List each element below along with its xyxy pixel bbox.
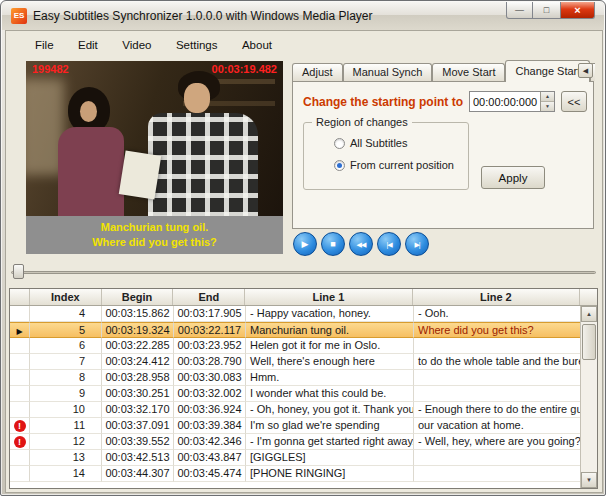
cell-end[interactable]: 00:03:32.002 [174, 386, 246, 402]
cell-end[interactable]: 00:03:43.847 [174, 450, 246, 466]
cell-end[interactable]: 00:03:45.474 [174, 466, 246, 482]
start-time-input[interactable] [470, 92, 540, 111]
cell-line1[interactable]: Manchurian tung oil. [246, 322, 414, 338]
cell-line2[interactable]: to do the whole table and the bureau. [414, 354, 582, 370]
cell-line1[interactable]: I wonder what this could be. [246, 386, 414, 402]
table-row[interactable]: 8 00:03:28.958 00:03:30.083 Hmm. [10, 370, 582, 386]
play-button[interactable]: ▶ [293, 232, 317, 256]
cell-end[interactable]: 00:03:30.083 [174, 370, 246, 386]
cell-begin[interactable]: 00:03:42.513 [102, 450, 174, 466]
table-row[interactable]: 7 00:03:24.412 00:03:28.790 Well, there'… [10, 354, 582, 370]
menu-about[interactable]: About [232, 34, 282, 56]
table-row[interactable]: 4 00:03:15.862 00:03:17.905 - Happy vaca… [10, 306, 582, 322]
header-end[interactable]: End [173, 289, 245, 305]
scroll-up-button[interactable]: ▲ [581, 306, 597, 322]
cell-index[interactable]: 14 [30, 466, 102, 482]
cell-line1[interactable]: Hmm. [246, 370, 414, 386]
cell-index[interactable]: 4 [30, 306, 102, 322]
cell-index[interactable]: 9 [30, 386, 102, 402]
header-line2[interactable]: Line 2 [413, 289, 580, 305]
tab-move-start[interactable]: Move Start [432, 63, 505, 81]
radio-label[interactable]: All Subtitles [350, 137, 407, 149]
cell-end[interactable]: 00:03:23.952 [174, 338, 246, 354]
cell-end[interactable]: 00:03:28.790 [174, 354, 246, 370]
menu-edit[interactable]: Edit [68, 34, 108, 56]
cell-line1[interactable]: Helen got it for me in Oslo. [246, 338, 414, 354]
cell-line2[interactable] [414, 450, 582, 466]
cell-line1[interactable]: [PHONE RINGING] [246, 466, 414, 482]
cell-begin[interactable]: 00:03:32.170 [102, 402, 174, 418]
cell-begin[interactable]: 00:03:39.552 [102, 434, 174, 450]
seek-slider[interactable] [9, 263, 598, 281]
menu-settings[interactable]: Settings [166, 34, 228, 56]
cell-index[interactable]: 11 [30, 418, 102, 434]
radio-button-icon-checked[interactable] [334, 160, 345, 171]
cell-line2[interactable] [414, 370, 582, 386]
cell-end[interactable]: 00:03:39.384 [174, 418, 246, 434]
skip-back-button[interactable]: |◀ [377, 232, 401, 256]
tab-scroll-left-button[interactable]: ◀ [578, 63, 593, 78]
cell-index[interactable]: 10 [30, 402, 102, 418]
cell-index[interactable]: 13 [30, 450, 102, 466]
rewind-button[interactable]: ◀◀ [349, 232, 373, 256]
cell-index[interactable]: 6 [30, 338, 102, 354]
cell-line2[interactable] [414, 386, 582, 402]
apply-button[interactable]: Apply [481, 166, 545, 189]
cell-line1[interactable]: - Happy vacation, honey. [246, 306, 414, 322]
header-line1[interactable]: Line 1 [245, 289, 412, 305]
cell-index[interactable]: 8 [30, 370, 102, 386]
cell-end[interactable]: 00:03:22.117 [174, 322, 246, 338]
table-row-error[interactable]: ! 11 00:03:37.091 00:03:39.384 I'm so gl… [10, 418, 582, 434]
stop-button[interactable]: ■ [321, 232, 345, 256]
cell-line1[interactable]: I'm so glad we're spending [246, 418, 414, 434]
cell-index[interactable]: 7 [30, 354, 102, 370]
slider-thumb[interactable] [13, 264, 24, 279]
radio-from-current-position[interactable]: From current position [334, 159, 454, 171]
cell-begin[interactable]: 00:03:44.307 [102, 466, 174, 482]
cell-line2[interactable]: Where did you get this? [414, 322, 582, 338]
scroll-down-button[interactable]: ▼ [581, 472, 597, 488]
scrollbar-thumb[interactable] [582, 324, 596, 360]
table-row[interactable]: 10 00:03:32.170 00:03:36.924 - Oh, honey… [10, 402, 582, 418]
cell-begin[interactable]: 00:03:37.091 [102, 418, 174, 434]
cell-begin[interactable]: 00:03:30.251 [102, 386, 174, 402]
cell-line2[interactable]: - Well, hey, where are you going? [414, 434, 582, 450]
tab-manual-synch[interactable]: Manual Synch [343, 63, 433, 81]
cell-line2[interactable] [414, 338, 582, 354]
cell-begin[interactable]: 00:03:15.862 [102, 306, 174, 322]
cell-line2[interactable] [414, 466, 582, 482]
cell-begin[interactable]: 00:03:28.958 [102, 370, 174, 386]
table-row-selected[interactable]: ▶ 5 00:03:19.324 00:03:22.117 Manchurian… [10, 322, 582, 338]
cell-line1[interactable]: - I'm gonna get started right away. [246, 434, 414, 450]
cell-begin[interactable]: 00:03:24.412 [102, 354, 174, 370]
radio-all-subtitles[interactable]: All Subtitles [334, 137, 407, 149]
cell-line2[interactable]: - Enough there to do the entire guest r [414, 402, 582, 418]
minimize-button[interactable]: — [506, 2, 533, 19]
cell-end[interactable]: 00:03:17.905 [174, 306, 246, 322]
header-index[interactable]: Index [30, 289, 102, 305]
spin-down-button[interactable]: ▼ [541, 102, 554, 112]
cell-line1[interactable]: [GIGGLES] [246, 450, 414, 466]
cell-begin[interactable]: 00:03:19.324 [102, 322, 174, 338]
header-begin[interactable]: Begin [102, 289, 174, 305]
radio-button-icon[interactable] [334, 138, 345, 149]
skip-forward-button[interactable]: ▶| [405, 232, 429, 256]
menu-file[interactable]: File [25, 34, 64, 56]
copy-current-time-button[interactable]: << [561, 91, 587, 112]
cell-line1[interactable]: Well, there's enough here [246, 354, 414, 370]
grid-scrollbar[interactable]: ▲ ▼ [580, 306, 597, 488]
title-bar[interactable]: ES Easy Subtitles Synchronizer 1.0.0.0 w… [2, 2, 604, 30]
cell-index[interactable]: 5 [30, 322, 102, 338]
cell-begin[interactable]: 00:03:22.285 [102, 338, 174, 354]
cell-end[interactable]: 00:03:42.346 [174, 434, 246, 450]
table-row-error[interactable]: ! 12 00:03:39.552 00:03:42.346 - I'm gon… [10, 434, 582, 450]
cell-line1[interactable]: - Oh, honey, you got it. Thank you. [246, 402, 414, 418]
cell-index[interactable]: 12 [30, 434, 102, 450]
spin-up-button[interactable]: ▲ [541, 92, 554, 102]
table-row[interactable]: 6 00:03:22.285 00:03:23.952 Helen got it… [10, 338, 582, 354]
slider-track[interactable] [11, 271, 596, 274]
close-button[interactable]: × [560, 2, 595, 19]
maximize-button[interactable]: □ [533, 2, 560, 19]
tab-adjust[interactable]: Adjust [292, 63, 343, 81]
radio-label[interactable]: From current position [350, 159, 454, 171]
